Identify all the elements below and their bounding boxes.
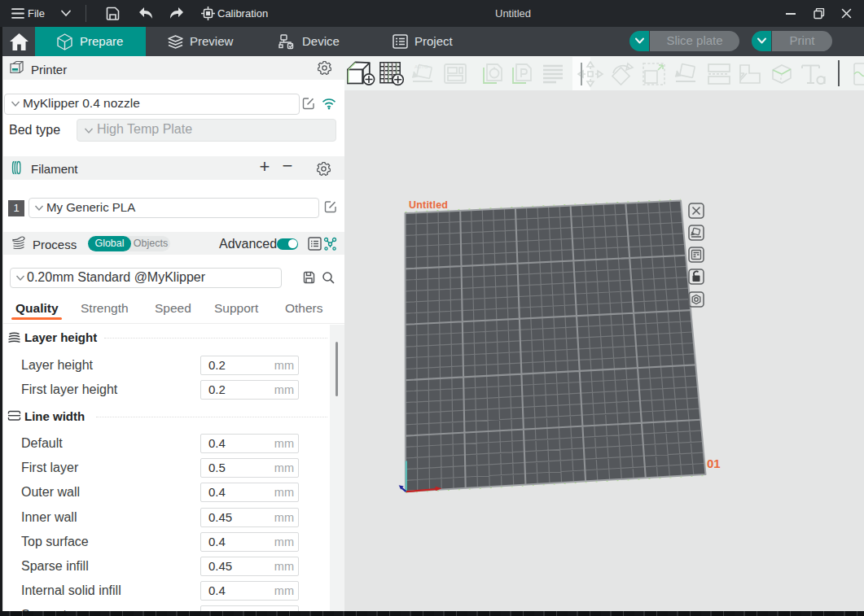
svg-text:AUTO: AUTO — [414, 64, 428, 69]
